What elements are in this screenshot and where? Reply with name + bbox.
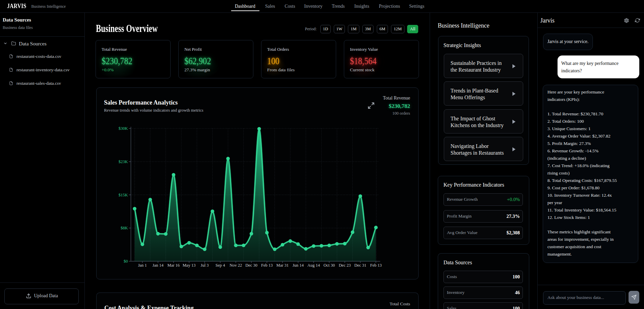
svg-text:Mar 31: Mar 31 <box>276 263 288 268</box>
svg-text:Jan 14: Jan 14 <box>152 263 164 268</box>
svg-text:Dec 31: Dec 31 <box>354 263 366 268</box>
svg-text:Dec 30: Dec 30 <box>245 263 257 268</box>
svg-text:Feb 13: Feb 13 <box>261 263 273 268</box>
svg-text:Jun 14: Jun 14 <box>292 263 304 268</box>
svg-text:Oct 30: Oct 30 <box>324 263 335 268</box>
svg-text:$30K: $30K <box>118 126 128 131</box>
svg-text:Sep 4: Sep 4 <box>216 263 225 268</box>
svg-text:$23K: $23K <box>118 159 128 164</box>
svg-text:Jul 3: Jul 3 <box>201 263 209 268</box>
svg-text:$15K: $15K <box>118 193 128 197</box>
svg-text:May 13: May 13 <box>183 263 196 268</box>
svg-text:$0: $0 <box>124 259 128 264</box>
svg-text:$8K: $8K <box>120 226 128 230</box>
svg-text:Feb 13: Feb 13 <box>370 263 382 268</box>
svg-text:Dec 23: Dec 23 <box>339 263 351 268</box>
svg-text:Nov 22: Nov 22 <box>229 263 242 268</box>
svg-text:Jan 1: Jan 1 <box>138 263 147 268</box>
svg-text:Aug 14: Aug 14 <box>308 263 320 268</box>
svg-text:Mar 16: Mar 16 <box>168 263 180 268</box>
